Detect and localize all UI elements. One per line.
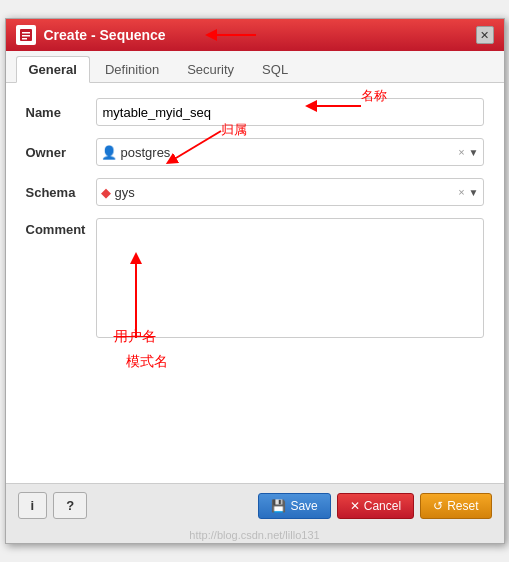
tabs: General Definition Security SQL bbox=[6, 51, 504, 83]
footer-left: i ? bbox=[18, 492, 88, 519]
owner-label: Owner bbox=[26, 145, 96, 160]
tab-security[interactable]: Security bbox=[174, 56, 247, 82]
comment-row: Comment bbox=[26, 218, 484, 338]
reset-icon: ↺ bbox=[433, 499, 443, 513]
footer-right: 💾 Save ✕ Cancel ↺ Reset bbox=[258, 493, 491, 519]
schema-label: Schema bbox=[26, 185, 96, 200]
save-icon: 💾 bbox=[271, 499, 286, 513]
title-arrow-svg bbox=[201, 21, 261, 49]
name-control bbox=[96, 98, 484, 126]
info-button[interactable]: i bbox=[18, 492, 48, 519]
owner-clear[interactable]: × bbox=[458, 146, 464, 158]
owner-dropdown-arrow[interactable]: ▼ bbox=[469, 147, 479, 158]
schema-clear[interactable]: × bbox=[458, 186, 464, 198]
name-label: Name bbox=[26, 105, 96, 120]
name-row: Name bbox=[26, 98, 484, 126]
save-label: Save bbox=[290, 499, 317, 513]
schema-row: Schema ◆ gys × ▼ bbox=[26, 178, 484, 206]
dialog-title: Create - Sequence bbox=[44, 27, 166, 43]
comment-label: Comment bbox=[26, 218, 96, 237]
svg-rect-2 bbox=[22, 35, 30, 37]
svg-rect-1 bbox=[22, 32, 30, 34]
tab-sql[interactable]: SQL bbox=[249, 56, 301, 82]
schema-control: ◆ gys × ▼ bbox=[96, 178, 484, 206]
owner-row: Owner 👤 postgres × ▼ bbox=[26, 138, 484, 166]
cancel-button[interactable]: ✕ Cancel bbox=[337, 493, 414, 519]
tab-general[interactable]: General bbox=[16, 56, 90, 83]
dialog: Create - Sequence ✕ General Definition S… bbox=[5, 18, 505, 544]
form-content: Name 名称 Owner 👤 postgres × ▼ bbox=[6, 83, 504, 483]
svg-line-9 bbox=[171, 131, 221, 161]
close-button[interactable]: ✕ bbox=[476, 26, 494, 44]
cancel-icon: ✕ bbox=[350, 499, 360, 513]
watermark: http://blog.csdn.net/lillo131 bbox=[6, 527, 504, 543]
help-button[interactable]: ? bbox=[53, 492, 87, 519]
title-icon bbox=[16, 25, 36, 45]
title-bar: Create - Sequence ✕ bbox=[6, 19, 504, 51]
cancel-label: Cancel bbox=[364, 499, 401, 513]
schema-select[interactable]: ◆ gys × ▼ bbox=[96, 178, 484, 206]
schema-value: gys bbox=[115, 185, 459, 200]
footer: i ? 💾 Save ✕ Cancel ↺ Reset bbox=[6, 483, 504, 527]
reset-label: Reset bbox=[447, 499, 478, 513]
svg-rect-3 bbox=[22, 38, 27, 40]
title-bar-left: Create - Sequence bbox=[16, 25, 166, 45]
diamond-icon: ◆ bbox=[101, 185, 111, 200]
reset-button[interactable]: ↺ Reset bbox=[420, 493, 491, 519]
owner-control: 👤 postgres × ▼ bbox=[96, 138, 484, 166]
user-icon: 👤 bbox=[101, 145, 117, 160]
save-button[interactable]: 💾 Save bbox=[258, 493, 330, 519]
owner-select[interactable]: 👤 postgres × ▼ bbox=[96, 138, 484, 166]
schema-arrow-svg bbox=[96, 238, 226, 358]
tab-definition[interactable]: Definition bbox=[92, 56, 172, 82]
schema-dropdown-arrow[interactable]: ▼ bbox=[469, 187, 479, 198]
name-input[interactable] bbox=[96, 98, 484, 126]
owner-arrow-svg bbox=[161, 121, 241, 171]
name-arrow-svg bbox=[301, 91, 381, 121]
